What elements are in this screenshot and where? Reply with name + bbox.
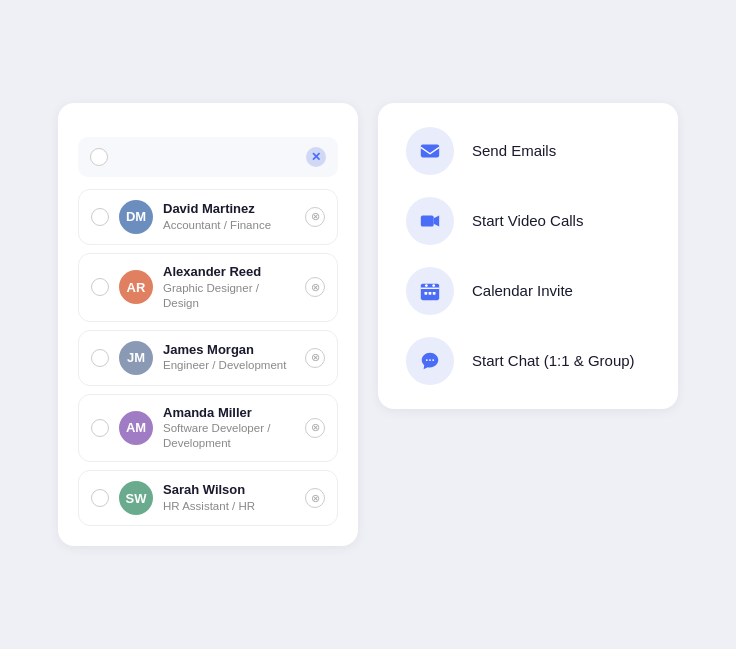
user-avatar-3: JM [119, 341, 153, 375]
user-info-2: Alexander Reed Graphic Designer / Design [163, 264, 295, 311]
svg-rect-6 [429, 292, 432, 295]
action-start-chat[interactable]: Start Chat (1:1 & Group) [406, 337, 650, 385]
start-video-calls-label: Start Video Calls [472, 212, 583, 229]
email-icon-circle [406, 127, 454, 175]
user-info-3: James Morgan Engineer / Development [163, 342, 295, 374]
svg-rect-0 [421, 144, 439, 157]
svg-point-8 [426, 359, 428, 361]
left-panel: ✕ DM David Martinez Accountant / Finance… [58, 103, 358, 547]
user-item[interactable]: DM David Martinez Accountant / Finance ⊗ [78, 189, 338, 245]
chat-icon-circle [406, 337, 454, 385]
clear-all-button[interactable]: ✕ [306, 147, 326, 167]
user-radio-5[interactable] [91, 489, 109, 507]
user-radio-4[interactable] [91, 419, 109, 437]
start-chat-label: Start Chat (1:1 & Group) [472, 352, 635, 369]
user-role-5: HR Assistant / HR [163, 499, 295, 514]
remove-user-5-button[interactable]: ⊗ [305, 488, 325, 508]
action-send-emails[interactable]: Send Emails [406, 127, 650, 175]
user-list: DM David Martinez Accountant / Finance ⊗… [78, 189, 338, 527]
user-role-4: Software Developer / Development [163, 421, 295, 451]
svg-point-4 [432, 284, 435, 287]
user-info-1: David Martinez Accountant / Finance [163, 201, 295, 233]
select-all-row[interactable]: ✕ [78, 137, 338, 177]
user-name-1: David Martinez [163, 201, 295, 218]
svg-rect-7 [433, 292, 436, 295]
user-item[interactable]: SW Sarah Wilson HR Assistant / HR ⊗ [78, 470, 338, 526]
user-radio-3[interactable] [91, 349, 109, 367]
send-emails-label: Send Emails [472, 142, 556, 159]
user-info-5: Sarah Wilson HR Assistant / HR [163, 482, 295, 514]
svg-point-10 [432, 359, 434, 361]
svg-rect-2 [421, 283, 439, 300]
action-calendar-invite[interactable]: Calendar Invite [406, 267, 650, 315]
user-role-3: Engineer / Development [163, 358, 295, 373]
main-container: ✕ DM David Martinez Accountant / Finance… [38, 83, 698, 567]
calendar-invite-label: Calendar Invite [472, 282, 573, 299]
svg-rect-5 [425, 292, 428, 295]
remove-user-1-button[interactable]: ⊗ [305, 207, 325, 227]
user-avatar-5: SW [119, 481, 153, 515]
action-start-video-calls[interactable]: Start Video Calls [406, 197, 650, 245]
user-name-3: James Morgan [163, 342, 295, 359]
user-info-4: Amanda Miller Software Developer / Devel… [163, 405, 295, 452]
user-item[interactable]: AR Alexander Reed Graphic Designer / Des… [78, 253, 338, 322]
user-name-4: Amanda Miller [163, 405, 295, 422]
calendar-icon-circle [406, 267, 454, 315]
right-panel: Send Emails Start Video Calls Calendar I… [378, 103, 678, 409]
video-icon-circle [406, 197, 454, 245]
select-all-radio[interactable] [90, 148, 108, 166]
remove-user-3-button[interactable]: ⊗ [305, 348, 325, 368]
remove-user-2-button[interactable]: ⊗ [305, 277, 325, 297]
svg-point-9 [429, 359, 431, 361]
remove-user-4-button[interactable]: ⊗ [305, 418, 325, 438]
svg-point-3 [425, 284, 428, 287]
user-role-1: Accountant / Finance [163, 218, 295, 233]
user-item[interactable]: AM Amanda Miller Software Developer / De… [78, 394, 338, 463]
user-avatar-2: AR [119, 270, 153, 304]
user-item[interactable]: JM James Morgan Engineer / Development ⊗ [78, 330, 338, 386]
user-avatar-4: AM [119, 411, 153, 445]
user-name-5: Sarah Wilson [163, 482, 295, 499]
user-radio-1[interactable] [91, 208, 109, 226]
user-avatar-1: DM [119, 200, 153, 234]
select-all-left [90, 148, 118, 166]
user-role-2: Graphic Designer / Design [163, 281, 295, 311]
user-radio-2[interactable] [91, 278, 109, 296]
user-name-2: Alexander Reed [163, 264, 295, 281]
svg-rect-1 [421, 215, 434, 226]
